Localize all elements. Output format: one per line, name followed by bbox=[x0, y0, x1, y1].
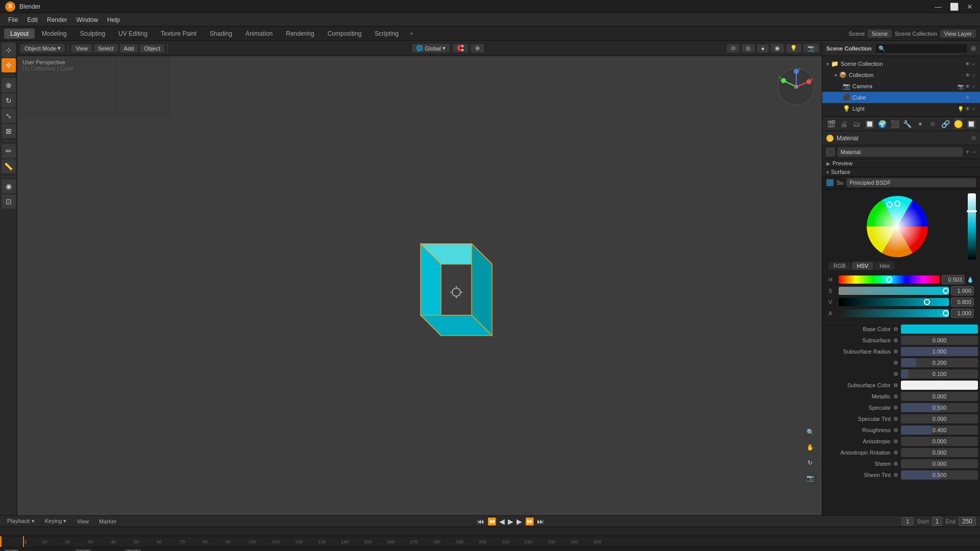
add-menu-btn[interactable]: Add bbox=[120, 44, 138, 53]
viewport[interactable]: Object Mode ▾ View Select Add Object 🌐 G… bbox=[17, 41, 822, 515]
a-value[interactable]: 1.000 bbox=[951, 309, 974, 318]
specular-tint-value[interactable]: 0.000 bbox=[901, 414, 978, 423]
tab-animation[interactable]: Animation bbox=[239, 29, 279, 39]
scene-selector[interactable]: Scene bbox=[868, 30, 892, 38]
anisotropic-rotation-value[interactable]: 0.000 bbox=[901, 448, 978, 457]
camera-view-btn[interactable]: 📷 bbox=[803, 44, 819, 53]
sheen-tint-dot[interactable] bbox=[894, 473, 898, 477]
maximize-button[interactable]: ⬜ bbox=[948, 3, 961, 11]
base-color-swatch[interactable] bbox=[901, 324, 978, 334]
tab-render-settings[interactable]: 🎬 bbox=[826, 118, 836, 130]
menu-window[interactable]: Window bbox=[72, 15, 102, 24]
cube-select-icon[interactable]: ✓ bbox=[972, 95, 976, 101]
jump-start-btn[interactable]: ⏮ bbox=[477, 517, 484, 525]
outliner-search[interactable] bbox=[875, 43, 968, 54]
snap-btn[interactable]: 🧲 bbox=[453, 44, 468, 53]
outliner-item-cube[interactable]: ⬛ Cube 👁 ✓ bbox=[822, 92, 980, 103]
camera-icon[interactable]: 📷 bbox=[803, 471, 817, 485]
s-value[interactable]: 1.000 bbox=[951, 286, 974, 295]
step-back-btn[interactable]: ◀ bbox=[499, 517, 505, 525]
start-frame-input[interactable]: 1 bbox=[932, 517, 943, 526]
add-workspace-button[interactable]: + bbox=[406, 29, 418, 39]
playback-menu[interactable]: Playback ▾ bbox=[4, 517, 38, 525]
tab-layout[interactable]: Layout bbox=[4, 29, 35, 39]
tab-uv-editing[interactable]: UV Editing bbox=[112, 29, 154, 39]
tab-physics[interactable]: ⚛ bbox=[928, 118, 938, 130]
light-restrict-icon[interactable]: 💡 bbox=[958, 106, 964, 112]
hsv-tab[interactable]: HSV bbox=[852, 262, 874, 270]
tab-output-settings[interactable]: 🖨 bbox=[839, 118, 849, 130]
subsurface-color-swatch[interactable] bbox=[901, 381, 978, 390]
object-mode-selector[interactable]: Object Mode ▾ bbox=[20, 44, 65, 53]
material-remove-icon[interactable]: − bbox=[972, 148, 976, 156]
material-browse-icon[interactable]: ⊙ bbox=[971, 135, 976, 141]
subsurface-radius-dot[interactable] bbox=[894, 349, 898, 354]
h-value[interactable]: 0.503 bbox=[942, 275, 965, 284]
subsurface-radius-g-value[interactable]: 0.200 bbox=[901, 358, 978, 367]
menu-render[interactable]: Render bbox=[43, 15, 71, 24]
tab-view-layer[interactable]: 🗂 bbox=[852, 118, 862, 130]
tab-shading[interactable]: Shading bbox=[204, 29, 238, 39]
specular-tint-dot[interactable] bbox=[894, 417, 898, 421]
s-slider[interactable] bbox=[839, 287, 949, 295]
object-menu-btn[interactable]: Object bbox=[140, 44, 164, 53]
rendered-view-btn[interactable]: 💡 bbox=[786, 44, 801, 53]
navigation-gizmo[interactable]: X Y Z bbox=[776, 66, 817, 107]
specular-value[interactable]: 0.500 bbox=[901, 403, 978, 412]
specular-dot[interactable] bbox=[894, 406, 898, 410]
subsurface-color-dot[interactable] bbox=[894, 383, 898, 387]
proportional-btn[interactable]: ⊕ bbox=[471, 44, 484, 53]
tab-compositing[interactable]: Compositing bbox=[322, 29, 368, 39]
anisotropic-dot[interactable] bbox=[894, 439, 898, 443]
material-slot-name[interactable]: Material bbox=[838, 147, 963, 157]
tab-sculpting[interactable]: Sculpting bbox=[74, 29, 111, 39]
overlay-btn[interactable]: ⊙ bbox=[727, 44, 740, 53]
sheen-dot[interactable] bbox=[894, 462, 898, 466]
h-slider[interactable] bbox=[839, 276, 940, 284]
marker-menu[interactable]: Marker bbox=[96, 518, 119, 525]
tab-modifiers[interactable]: 🔧 bbox=[903, 118, 913, 130]
global-selector[interactable]: 🌐 Global ▾ bbox=[412, 44, 450, 53]
visibility-icon[interactable]: 👁 bbox=[965, 61, 970, 67]
menu-file[interactable]: File bbox=[4, 15, 22, 24]
outliner-item-collection[interactable]: ▾ 📦 Collection 👁 ✓ bbox=[822, 69, 980, 81]
tab-modeling[interactable]: Modeling bbox=[36, 29, 73, 39]
solid-view-btn[interactable]: ● bbox=[757, 44, 769, 53]
next-keyframe-btn[interactable]: ⏩ bbox=[525, 517, 534, 525]
current-frame-input[interactable]: 1 bbox=[901, 517, 914, 525]
sheen-tint-value[interactable]: 0.500 bbox=[901, 470, 978, 480]
color-wheel[interactable] bbox=[864, 193, 930, 260]
tool-move[interactable]: ⊕ bbox=[2, 78, 16, 92]
tool-extra[interactable]: ⊡ bbox=[2, 194, 16, 209]
surface-shader-selector[interactable]: Principled BSDF bbox=[846, 178, 976, 187]
tab-particles[interactable]: ✦ bbox=[915, 118, 925, 130]
zoom-icon[interactable]: 🔍 bbox=[803, 425, 817, 439]
outliner-item-camera[interactable]: 📷 Camera 📷 👁 ✓ bbox=[822, 81, 980, 92]
menu-help[interactable]: Help bbox=[103, 15, 124, 24]
jump-end-btn[interactable]: ⏭ bbox=[537, 517, 544, 525]
tab-texture-paint[interactable]: Texture Paint bbox=[155, 29, 203, 39]
tab-world[interactable]: 🌍 bbox=[877, 118, 887, 130]
camera-select-icon[interactable]: ✓ bbox=[972, 84, 976, 89]
rgb-tab[interactable]: RGB bbox=[828, 262, 851, 270]
prev-keyframe-btn[interactable]: ⏪ bbox=[487, 517, 496, 525]
tab-texture[interactable]: 🔲 bbox=[966, 118, 976, 130]
keying-menu[interactable]: Keying ▾ bbox=[42, 517, 70, 525]
tab-scripting[interactable]: Scripting bbox=[369, 29, 405, 39]
tab-constraints[interactable]: 🔗 bbox=[941, 118, 950, 130]
material-view-btn[interactable]: ◉ bbox=[771, 44, 784, 53]
camera-restrict-icon[interactable]: 📷 bbox=[958, 84, 964, 89]
subsurface-value[interactable]: 0.000 bbox=[901, 336, 978, 345]
light-select-icon[interactable]: ✓ bbox=[972, 106, 976, 112]
play-btn[interactable]: ▶ bbox=[508, 517, 513, 525]
subsurface-radius-g-dot[interactable] bbox=[894, 361, 898, 365]
tool-scale[interactable]: ⤡ bbox=[2, 109, 16, 123]
cube-visibility-icon[interactable]: 👁 bbox=[965, 95, 970, 101]
surface-section-header[interactable]: ▾ Surface bbox=[822, 168, 980, 177]
tool-rotate[interactable]: ↻ bbox=[2, 93, 16, 108]
subsurface-radius-value[interactable]: 1.000 bbox=[901, 347, 978, 356]
h-eyedropper[interactable]: 💧 bbox=[967, 277, 974, 283]
a-slider[interactable] bbox=[839, 309, 949, 317]
v-slider[interactable] bbox=[839, 298, 949, 306]
hex-tab[interactable]: Hex bbox=[874, 262, 895, 270]
